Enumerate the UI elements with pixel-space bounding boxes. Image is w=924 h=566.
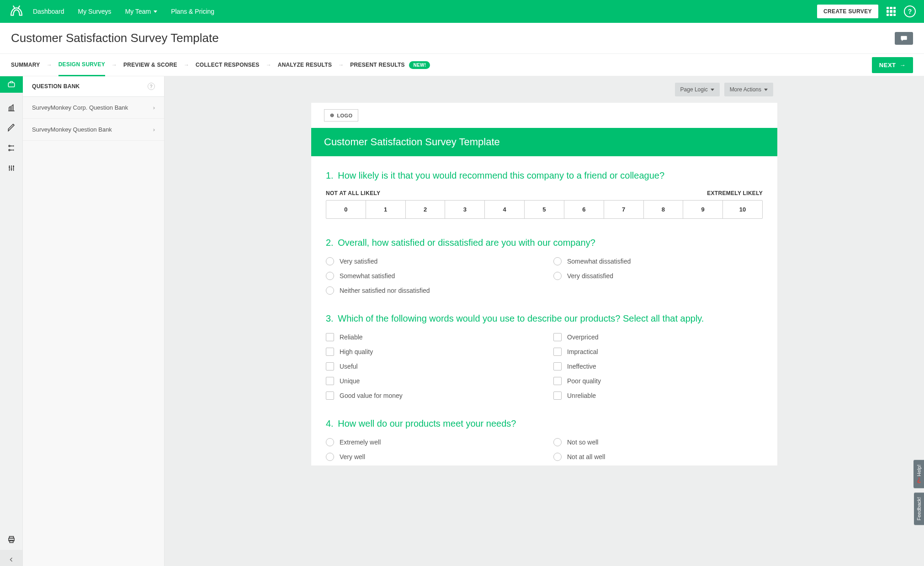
radio-icon [326, 257, 334, 265]
nps-cell-10[interactable]: 10 [723, 201, 762, 218]
sidebar-item-label: SurveyMonkey Corp. Question Bank [32, 104, 128, 111]
q3-option[interactable]: Unreliable [553, 391, 763, 400]
q3-option[interactable]: Useful [326, 362, 535, 370]
question-3[interactable]: 3. Which of the following words would yo… [311, 299, 777, 404]
q3-option[interactable]: Good value for money [326, 391, 535, 400]
question-2[interactable]: 2. Overall, how satisfied or dissatisfie… [311, 223, 777, 299]
sidebar-panel: QUESTION BANK ? SurveyMonkey Corp. Quest… [23, 76, 165, 566]
q3-option[interactable]: Reliable [326, 333, 535, 341]
checkbox-icon [326, 348, 334, 356]
sidebar-help-icon[interactable]: ? [148, 83, 155, 90]
q4-option[interactable]: Very well [326, 453, 535, 461]
choice-label: Poor quality [567, 377, 601, 385]
nav-my-team[interactable]: My Team [125, 8, 158, 15]
q2-option[interactable]: Somewhat dissatisfied [553, 257, 763, 265]
rail-collapse-button[interactable] [0, 550, 22, 566]
q3-option[interactable]: Ineffective [553, 362, 763, 370]
chevron-left-icon [9, 557, 14, 562]
q2-option[interactable]: Neither satisfied nor dissatisfied [326, 286, 535, 295]
checkbox-icon [326, 333, 334, 341]
page-logic-button[interactable]: Page Logic [675, 83, 720, 96]
step-analyze-results[interactable]: ANALYZE RESULTS [278, 54, 332, 75]
q2-option[interactable]: Very satisfied [326, 257, 535, 265]
nps-cell-6[interactable]: 6 [564, 201, 604, 218]
step-summary[interactable]: SUMMARY [11, 54, 40, 75]
nps-label-low: NOT AT ALL LIKELY [326, 190, 380, 196]
add-logo-button[interactable]: ⊕ LOGO [324, 109, 358, 122]
q2-option[interactable]: Very dissatisfied [553, 272, 763, 280]
nps-cell-3[interactable]: 3 [445, 201, 485, 218]
apps-grid-icon[interactable] [887, 7, 896, 16]
q3-option[interactable]: Poor quality [553, 377, 763, 385]
step-preview-score[interactable]: PREVIEW & SCORE [123, 54, 177, 75]
next-button[interactable]: NEXT → [872, 57, 913, 73]
q3-text: Which of the following words would you u… [338, 313, 704, 323]
comment-icon [899, 35, 908, 42]
nps-scale: 0 1 2 3 4 5 6 7 8 9 10 [326, 200, 763, 219]
radio-icon [553, 438, 562, 446]
feedback-tab[interactable]: Feedback! [914, 492, 924, 525]
nps-cell-4[interactable]: 4 [485, 201, 525, 218]
nps-cell-2[interactable]: 2 [406, 201, 446, 218]
nps-cell-9[interactable]: 9 [683, 201, 723, 218]
rail-question-bank-icon[interactable] [0, 76, 23, 93]
q3-option[interactable]: Overpriced [553, 333, 763, 341]
question-4[interactable]: 4. How well do our products meet your ne… [311, 404, 777, 465]
nps-cell-1[interactable]: 1 [366, 201, 406, 218]
title-bar: Customer Satisfaction Survey Template [0, 23, 924, 53]
brand-logo-icon[interactable] [8, 5, 25, 18]
caret-down-icon [764, 89, 768, 91]
top-nav: Dashboard My Surveys My Team Plans & Pri… [0, 0, 924, 23]
page-logic-label: Page Logic [680, 86, 708, 93]
nav-my-team-label: My Team [125, 8, 151, 15]
q4-option[interactable]: Extremely well [326, 438, 535, 446]
nav-plans-pricing[interactable]: Plans & Pricing [171, 8, 214, 15]
choice-label: Unique [340, 377, 360, 385]
nav-dashboard[interactable]: Dashboard [33, 8, 64, 15]
nps-cell-8[interactable]: 8 [644, 201, 684, 218]
survey-canvas: Page Logic More Actions ⊕ LOGO Customer … [165, 76, 924, 566]
q4-option[interactable]: Not so well [553, 438, 763, 446]
left-tool-rail [0, 76, 23, 566]
nps-cell-7[interactable]: 7 [604, 201, 644, 218]
question-1[interactable]: 1. How likely is it that you would recom… [311, 156, 777, 223]
q3-option[interactable]: Impractical [553, 348, 763, 356]
svg-point-2 [9, 149, 10, 151]
survey-title[interactable]: Customer Satisfaction Survey Template [311, 128, 777, 156]
radio-icon [326, 453, 334, 461]
checkbox-icon [326, 362, 334, 370]
q3-option[interactable]: Unique [326, 377, 535, 385]
rail-builder-icon[interactable] [6, 103, 16, 113]
rail-appearance-icon[interactable] [6, 123, 16, 133]
q3-option[interactable]: High quality [326, 348, 535, 356]
q2-option[interactable]: Somewhat satisfied [326, 272, 535, 280]
more-actions-button[interactable]: More Actions [724, 83, 773, 96]
nps-cell-5[interactable]: 5 [525, 201, 564, 218]
step-collect-responses[interactable]: COLLECT RESPONSES [196, 54, 260, 75]
q3-number: 3. [326, 313, 334, 323]
create-survey-button[interactable]: CREATE SURVEY [817, 5, 878, 18]
nps-cell-0[interactable]: 0 [326, 201, 366, 218]
q4-text: How well do our products meet your needs… [338, 418, 516, 428]
arrow-right-icon: → [900, 62, 906, 69]
rail-logic-icon[interactable] [6, 143, 16, 153]
step-present-results[interactable]: PRESENT RESULTS NEW! [350, 54, 430, 75]
sidebar-item-corp-bank[interactable]: SurveyMonkey Corp. Question Bank › [23, 97, 164, 119]
nav-my-surveys[interactable]: My Surveys [78, 8, 112, 15]
step-design-survey[interactable]: DESIGN SURVEY [58, 54, 105, 76]
rail-print-icon[interactable] [6, 534, 16, 545]
workflow-steps: SUMMARY → DESIGN SURVEY → PREVIEW & SCOR… [0, 53, 924, 76]
plus-icon: ⊕ [330, 112, 334, 118]
rail-options-icon[interactable] [6, 163, 16, 173]
radio-icon [553, 453, 562, 461]
sidebar-item-sm-bank[interactable]: SurveyMonkey Question Bank › [23, 119, 164, 141]
logo-label: LOGO [337, 113, 352, 118]
help-icon[interactable]: ? [904, 5, 916, 17]
step-present-label: PRESENT RESULTS [350, 62, 405, 68]
chevron-right-icon: → [47, 62, 52, 68]
q2-text: Overall, how satisfied or dissatisfied a… [338, 238, 595, 248]
comments-button[interactable] [895, 32, 913, 45]
checkbox-icon [553, 362, 562, 370]
q4-option[interactable]: Not at all well [553, 453, 763, 461]
help-tab[interactable]: ❓ Help! [913, 460, 924, 488]
